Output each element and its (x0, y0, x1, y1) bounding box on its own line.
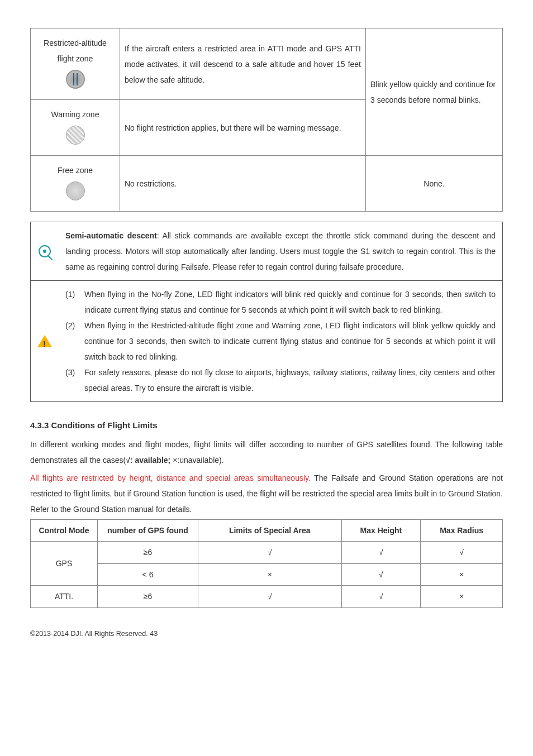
table-row: GPS ≥6 √ √ √ (31, 542, 503, 563)
cell-radius: × (421, 586, 503, 607)
section-para-1: In different working modes and flight mo… (30, 437, 503, 468)
cell-mode-gps: GPS (31, 542, 98, 586)
warning-triangle-icon (37, 335, 52, 347)
cell-radius: × (421, 563, 503, 585)
th-max-height: Max Height (341, 520, 421, 542)
item-text: When flying in the No-fly Zone, LED flig… (84, 286, 496, 318)
cell-area: √ (198, 542, 342, 563)
item-text: For safety reasons, please do not fly cl… (84, 365, 496, 396)
descent-bold: Semi-automatic descent (65, 231, 157, 240)
warning-zone-icon (66, 126, 85, 145)
list-item: (1) When flying in the No-fly Zone, LED … (65, 286, 496, 318)
notes-list: (1) When flying in the No-fly Zone, LED … (65, 286, 496, 396)
zone-indicator-shared: Blink yellow quickly and continue for 3 … (366, 28, 503, 156)
para2-red: All flights are restricted by height, di… (30, 473, 311, 482)
cell-gps: ≥6 (98, 586, 198, 607)
notes-body-descent: Semi-automatic descent: All stick comman… (59, 222, 502, 280)
cell-gps: < 6 (98, 563, 198, 585)
list-item: (3) For safety reasons, please do not fl… (65, 365, 496, 396)
item-number: (3) (65, 365, 84, 396)
cell-radius: √ (421, 542, 503, 563)
zone-label-text: Restricted-altitude flight zone (35, 35, 115, 66)
zone-label-restricted: Restricted-altitude flight zone (31, 28, 120, 100)
cell-height: √ (341, 542, 421, 563)
zone-indicator-free: None. (366, 156, 503, 212)
cell-gps: ≥6 (98, 542, 198, 563)
item-number: (1) (65, 286, 84, 318)
zone-desc-warning: No flight restriction applies, but there… (120, 100, 366, 156)
free-zone-icon (66, 181, 85, 200)
page-footer: ©2013-2014 DJI. All Rights Reserved. 43 (30, 628, 503, 639)
zone-row-restricted: Restricted-altitude flight zone If the a… (31, 28, 503, 100)
th-gps-found: number of GPS found (98, 520, 198, 542)
notes-box: Semi-automatic descent: All stick comman… (30, 222, 503, 402)
item-text: When flying in the Restricted-altitude f… (84, 318, 496, 365)
cell-area: √ (198, 586, 342, 607)
zone-label-text: Warning zone (35, 107, 115, 122)
cell-height: √ (341, 563, 421, 585)
cell-height: √ (341, 586, 421, 607)
notes-icon-cell (31, 281, 59, 401)
restricted-zone-icon (66, 70, 85, 89)
section-heading: 4.3.3 Conditions of Flight Limits (30, 419, 503, 432)
zone-label-free: Free zone (31, 156, 120, 212)
section-para-2: All flights are restricted by height, di… (30, 470, 503, 517)
th-control-mode: Control Mode (31, 520, 98, 542)
notes-body-warnings: (1) When flying in the No-fly Zone, LED … (59, 281, 502, 401)
table-row: ATTI. ≥6 √ √ × (31, 586, 503, 607)
list-item: (2) When flying in the Restricted-altitu… (65, 318, 496, 365)
notes-icon-cell (31, 222, 59, 280)
item-number: (2) (65, 318, 84, 365)
limits-table: Control Mode number of GPS found Limits … (30, 519, 503, 608)
zone-label-text: Free zone (35, 162, 115, 178)
th-max-radius: Max Radius (421, 520, 503, 542)
zone-desc-free: No restrictions. (120, 156, 366, 212)
para1-b: √: available; (126, 456, 170, 465)
notes-row-descent: Semi-automatic descent: All stick comman… (31, 222, 502, 281)
zone-label-warning: Warning zone (31, 100, 120, 156)
zone-row-free: Free zone No restrictions. None. (31, 156, 503, 212)
zone-desc-restricted: If the aircraft enters a restricted area… (120, 28, 366, 100)
zone-table: Restricted-altitude flight zone If the a… (30, 28, 503, 212)
para1-a: In different working modes and flight mo… (30, 440, 503, 465)
cell-area: × (198, 563, 342, 585)
magnify-icon (39, 245, 51, 257)
table-row: < 6 × √ × (31, 563, 503, 585)
th-special-area: Limits of Special Area (198, 520, 342, 542)
cell-mode-atti: ATTI. (31, 586, 98, 607)
para1-c: ×:unavailable). (170, 456, 223, 465)
notes-row-warnings: (1) When flying in the No-fly Zone, LED … (31, 281, 502, 401)
table-header-row: Control Mode number of GPS found Limits … (31, 520, 503, 542)
